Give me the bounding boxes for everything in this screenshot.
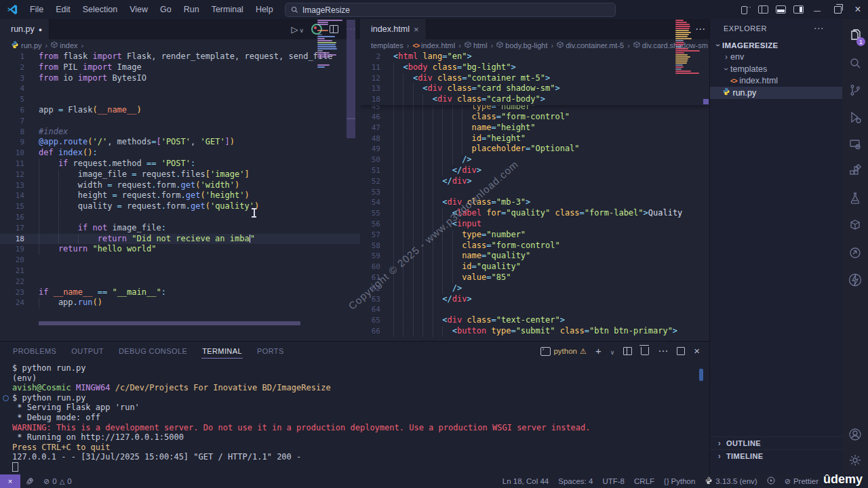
code-line[interactable]: 10def index():: [0, 148, 360, 159]
code-line[interactable]: 18return "Did not recieve an imba": [0, 234, 360, 245]
toggle-secondary-sidebar-icon[interactable]: [790, 1, 806, 18]
terminal-scrollbar[interactable]: [699, 369, 703, 381]
code-line[interactable]: 53: [360, 187, 709, 198]
code-line[interactable]: 56<input: [360, 219, 709, 230]
bolt-icon[interactable]: [842, 267, 868, 293]
breadcrumb-left[interactable]: run.pyindex: [0, 39, 360, 52]
run-debug-icon[interactable]: [842, 104, 868, 130]
code-line[interactable]: 49placeholder="Optional": [360, 144, 709, 155]
status-utf-8[interactable]: UTF-8: [597, 477, 629, 485]
menu-terminal[interactable]: Terminal: [205, 2, 250, 17]
restore-button[interactable]: [827, 0, 848, 19]
breadcrumb-item[interactable]: index.html: [421, 41, 455, 49]
source-control-icon[interactable]: [842, 77, 868, 103]
tree-item-index-html[interactable]: <> index.html: [710, 75, 843, 87]
status-3-13-5-env-[interactable]: 3.13.5 (env): [700, 476, 762, 486]
code-line[interactable]: 14height = request.form.get('height'): [0, 190, 360, 201]
problems-status[interactable]: 0 0: [39, 477, 77, 486]
search-icon[interactable]: [842, 50, 868, 76]
code-line[interactable]: 16: [0, 212, 360, 223]
terminal-output[interactable]: $ python run.py(env)avish@Cosmic MINGW64…: [0, 363, 709, 475]
code-line[interactable]: 17if not image_file:: [0, 223, 360, 234]
tree-item-run-py[interactable]: run.py: [710, 87, 843, 99]
panel-tab-ports[interactable]: PORTS: [251, 344, 290, 358]
account-icon[interactable]: [842, 422, 868, 447]
cube-icon[interactable]: [842, 213, 868, 239]
code-line[interactable]: 52</div>: [360, 176, 709, 187]
breadcrumb-item[interactable]: div.container.mt-5: [566, 41, 624, 49]
code-editor-python[interactable]: 1from flask import Flask, render_templat…: [0, 52, 360, 341]
code-line[interactable]: 45type="number": [360, 105, 709, 112]
code-line[interactable]: 50/>: [360, 155, 709, 165]
status-spaces-4[interactable]: Spaces: 4: [553, 477, 597, 485]
extensions-icon[interactable]: [842, 159, 868, 184]
code-line[interactable]: 21: [0, 266, 360, 277]
status-crlf[interactable]: CRLF: [629, 477, 659, 485]
terminal-dropdown-icon[interactable]: [610, 345, 615, 357]
code-line[interactable]: 12<div class="container mt-5">: [360, 73, 709, 84]
status-python[interactable]: Python: [659, 477, 700, 485]
new-terminal-icon[interactable]: [595, 345, 601, 357]
maximize-panel-icon[interactable]: [677, 347, 685, 355]
menu-selection[interactable]: Selection: [77, 2, 123, 17]
code-line[interactable]: 19return "hello world": [0, 244, 360, 255]
sidebar-section-timeline[interactable]: ›TIMELINE: [710, 449, 843, 462]
code-line[interactable]: 7: [0, 116, 360, 127]
code-line[interactable]: 23if __name__ == "__main__":: [0, 287, 360, 298]
pipeline-icon[interactable]: [842, 240, 868, 266]
code-line[interactable]: 64: [360, 304, 709, 315]
tab-index-html[interactable]: index.html: [360, 19, 427, 39]
code-line[interactable]: 60id="quality": [360, 262, 709, 272]
status-ln-18-col-44[interactable]: Ln 18, Col 44: [498, 477, 553, 485]
menu-file[interactable]: File: [24, 2, 50, 17]
toggle-sidebar-icon[interactable]: [755, 1, 771, 18]
code-line[interactable]: 11<body class="bg-light">: [360, 62, 709, 73]
code-editor-html[interactable]: 2<html lang="en">11<body class="bg-light…: [360, 52, 709, 341]
tab-close-icon[interactable]: [414, 24, 419, 35]
command-search-input[interactable]: ImageResize: [285, 3, 616, 17]
code-line[interactable]: 54<div class="mb-3">: [360, 197, 709, 208]
tree-item-templates[interactable]: ›templates: [710, 63, 843, 75]
code-line[interactable]: 51</div>: [360, 165, 709, 176]
breadcrumb-item[interactable]: templates: [371, 41, 403, 49]
kill-terminal-icon[interactable]: [641, 347, 649, 355]
code-line[interactable]: 11if request.method == 'POST':: [0, 159, 360, 169]
remote-monitor-icon[interactable]: [842, 131, 868, 157]
code-line[interactable]: 5: [0, 94, 360, 105]
code-line[interactable]: 57type="number": [360, 230, 709, 241]
menu-help[interactable]: Help: [250, 2, 279, 17]
code-line[interactable]: 13width = request.form.get('width'): [0, 180, 360, 191]
scrollbar-mark-right[interactable]: [703, 99, 709, 104]
breadcrumb-item[interactable]: html: [473, 41, 488, 49]
status-prettier[interactable]: Prettier: [780, 477, 823, 486]
code-line[interactable]: 13<div class="card shadow-sm">: [360, 83, 709, 94]
window-close-button[interactable]: [848, 0, 868, 19]
code-line[interactable]: 3from io import BytesIO: [0, 73, 360, 84]
tree-item-env[interactable]: ›env: [710, 52, 843, 64]
code-line[interactable]: 22: [0, 277, 360, 287]
code-line[interactable]: 2from PIL import Image: [0, 62, 360, 73]
horizontal-scrollbar-left[interactable]: [39, 321, 300, 325]
sticky-scroll-lines[interactable]: 2<html lang="en">11<body class="bg-light…: [360, 52, 709, 105]
panel-tab-output[interactable]: OUTPUT: [65, 344, 110, 358]
minimize-button[interactable]: [807, 0, 827, 19]
vertical-scrollbar-left[interactable]: [347, 20, 355, 138]
code-line[interactable]: 15quality = request.form.get('quality'): [0, 201, 360, 212]
code-line[interactable]: 4: [0, 83, 360, 94]
customize-layout-icon[interactable]: [737, 1, 753, 18]
tree-root-imageresize[interactable]: ›IMAGERESIZE: [710, 39, 843, 52]
breadcrumb-right[interactable]: templates<>index.htmlhtmlbody.bg-lightdi…: [360, 39, 709, 52]
panel-tab-terminal[interactable]: TERMINAL: [196, 344, 248, 358]
code-line[interactable]: 63</div>: [360, 294, 709, 305]
code-line[interactable]: 2<html lang="en">: [360, 52, 709, 62]
code-line[interactable]: 61value="85": [360, 272, 709, 283]
code-line[interactable]: 66<button type="submit" class="btn btn-p…: [360, 326, 709, 337]
code-line[interactable]: 55<label for="quality" class="form-label…: [360, 208, 709, 219]
testing-icon[interactable]: [842, 186, 868, 211]
code-line[interactable]: 20: [0, 255, 360, 266]
panel-more-actions-icon[interactable]: [658, 345, 668, 357]
breadcrumb-item[interactable]: body.bg-light: [505, 41, 547, 49]
rocket-icon[interactable]: [20, 477, 39, 486]
close-panel-icon[interactable]: [694, 345, 700, 357]
code-line[interactable]: 1from flask import Flask, render_templat…: [0, 52, 360, 62]
